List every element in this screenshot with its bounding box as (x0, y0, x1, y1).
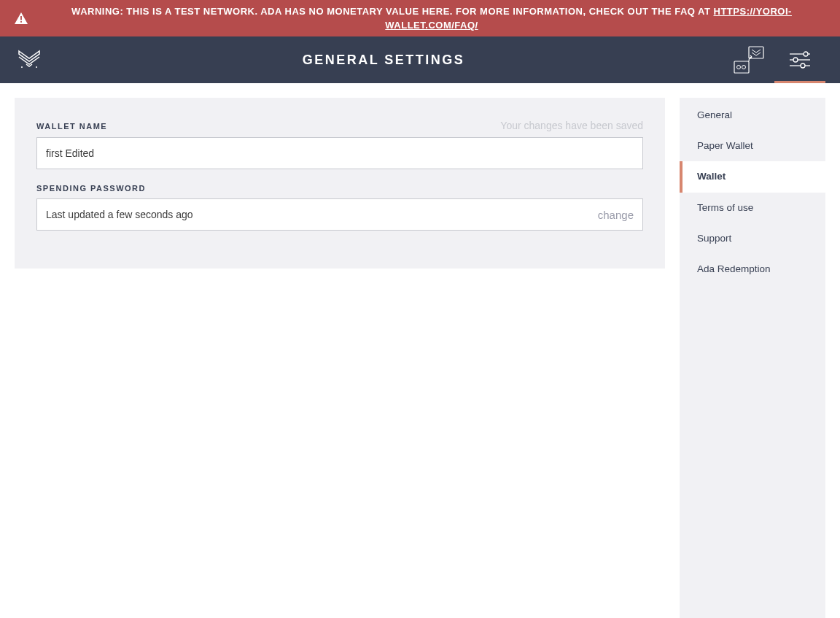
svg-point-13 (801, 63, 805, 68)
svg-rect-0 (20, 16, 22, 20)
sidebar-item-support[interactable]: Support (680, 223, 825, 254)
change-password-link[interactable]: change (598, 209, 634, 221)
spending-password-field: Last updated a few seconds ago change (36, 198, 643, 231)
warning-icon (15, 12, 28, 24)
svg-point-7 (742, 66, 746, 69)
settings-icon[interactable] (774, 36, 825, 83)
wallet-name-save-status: Your changes have been saved (500, 120, 643, 131)
svg-point-3 (36, 66, 37, 68)
sidebar-item-wallet[interactable]: Wallet (680, 161, 825, 192)
settings-main-card: WALLET NAME Your changes have been saved… (15, 98, 665, 269)
banner-text: WARNING: THIS IS A TEST NETWORK. ADA HAS… (38, 4, 825, 33)
content-area: WALLET NAME Your changes have been saved… (0, 83, 840, 618)
svg-point-2 (21, 66, 23, 68)
topbar-right-icons (723, 36, 825, 83)
page-title: GENERAL SETTINGS (44, 53, 723, 68)
svg-point-6 (737, 66, 741, 69)
wallet-name-input[interactable] (36, 137, 643, 169)
wallet-switch-icon[interactable] (723, 36, 774, 83)
svg-point-9 (804, 52, 808, 56)
sidebar-item-general[interactable]: General (680, 98, 825, 131)
spending-password-label: SPENDING PASSWORD (36, 184, 146, 193)
yoroi-logo-icon[interactable] (15, 45, 44, 74)
wallet-name-header: WALLET NAME Your changes have been saved (36, 120, 643, 131)
wallet-name-group: WALLET NAME Your changes have been saved (36, 120, 643, 169)
sidebar-item-paper-wallet[interactable]: Paper Wallet (680, 131, 825, 161)
svg-point-11 (793, 58, 798, 62)
topbar: GENERAL SETTINGS (0, 36, 840, 83)
warning-banner: WARNING: THIS IS A TEST NETWORK. ADA HAS… (0, 0, 840, 36)
spending-password-header: SPENDING PASSWORD (36, 184, 643, 193)
settings-sidebar: General Paper Wallet Wallet Terms of use… (680, 98, 825, 618)
spending-password-group: SPENDING PASSWORD Last updated a few sec… (36, 184, 643, 231)
spending-password-status: Last updated a few seconds ago (46, 209, 193, 220)
sidebar-item-ada-redemption[interactable]: Ada Redemption (680, 254, 825, 285)
wallet-name-label: WALLET NAME (36, 122, 107, 131)
svg-rect-1 (20, 21, 22, 23)
sidebar-item-terms-of-use[interactable]: Terms of use (680, 193, 825, 223)
banner-prefix: WARNING: THIS IS A TEST NETWORK. ADA HAS… (71, 6, 713, 17)
